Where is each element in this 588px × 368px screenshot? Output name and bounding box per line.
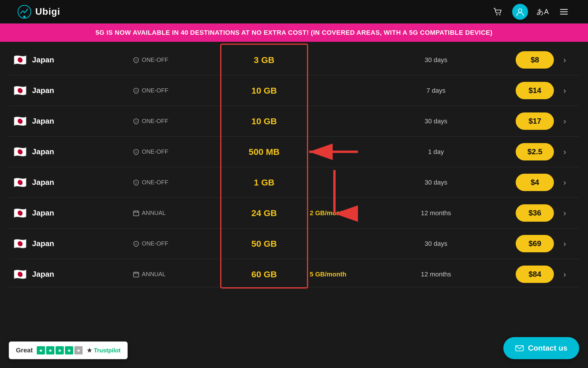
chevron-right-icon: › xyxy=(563,117,566,126)
svg-rect-13 xyxy=(133,211,139,216)
table-row: 🇯🇵 Japan ANNUAL 60 GB 5 GB/month 12 mont… xyxy=(9,259,579,287)
star-1: ★ xyxy=(37,346,45,354)
monthly-cell xyxy=(305,75,395,106)
price-cell: $8 xyxy=(477,45,559,75)
star-5: ★ xyxy=(74,346,83,354)
price-button[interactable]: $4 xyxy=(516,174,554,191)
country-flag: 🇯🇵 xyxy=(14,176,27,189)
ubigi-logo-icon xyxy=(18,5,31,19)
country-flag: 🇯🇵 xyxy=(14,146,27,158)
language-button[interactable]: あA xyxy=(536,5,549,18)
monthly-cell xyxy=(305,167,395,198)
duration-cell: 30 days xyxy=(395,45,477,75)
country-name: Japan xyxy=(32,270,54,279)
svg-point-3 xyxy=(499,14,500,15)
plan-type-label: ONE-OFF xyxy=(142,118,168,125)
arrow-cell[interactable]: › xyxy=(559,228,579,259)
data-cell: 60 GB xyxy=(223,259,305,287)
contact-us-button[interactable]: Contact us xyxy=(503,337,579,359)
country-flag: 🇯🇵 xyxy=(14,115,27,127)
svg-text:①: ① xyxy=(135,120,137,123)
svg-text:①: ① xyxy=(135,243,137,246)
header: Ubigi あA xyxy=(0,0,588,24)
shield-icon: ① xyxy=(133,87,139,94)
data-cell: 10 GB xyxy=(223,106,305,137)
shield-icon: ① xyxy=(133,149,139,155)
trustpilot-badge: Great ★ ★ ★ ★ ★ ★ Trustpilot xyxy=(9,342,128,359)
svg-text:①: ① xyxy=(135,59,137,62)
plan-type-label: ONE-OFF xyxy=(142,240,168,247)
promo-banner: 5G IS NOW AVAILABLE IN 40 DESTINATIONS A… xyxy=(0,24,588,42)
duration-cell: 30 days xyxy=(395,106,477,137)
user-icon xyxy=(516,7,524,16)
country-cell: 🇯🇵 Japan xyxy=(9,259,128,287)
price-button[interactable]: $2.5 xyxy=(516,143,554,160)
svg-point-2 xyxy=(496,14,497,15)
logo-text: Ubigi xyxy=(35,6,60,17)
country-name: Japan xyxy=(32,178,54,187)
plan-type-label: ONE-OFF xyxy=(142,87,168,94)
chevron-right-icon: › xyxy=(563,55,566,64)
svg-point-4 xyxy=(518,9,522,12)
arrow-cell[interactable]: › xyxy=(559,198,579,228)
table-row: 🇯🇵 Japan ANNUAL 24 GB 2 GB/month 12 mont… xyxy=(9,198,579,228)
shield-icon: ① xyxy=(133,241,139,247)
country-flag: 🇯🇵 xyxy=(14,207,27,219)
table-row: 🇯🇵 Japan ① ONE-OFF 500 MB 1 day $2.5 › xyxy=(9,137,579,167)
country-cell: 🇯🇵 Japan xyxy=(9,45,128,75)
arrow-cell[interactable]: › xyxy=(559,106,579,137)
country-name: Japan xyxy=(32,86,54,95)
price-button[interactable]: $69 xyxy=(516,235,554,252)
country-name: Japan xyxy=(32,147,54,156)
monthly-cell: 2 GB/month xyxy=(305,198,395,228)
plan-type-cell: ① ONE-OFF xyxy=(128,167,223,198)
logo-area: Ubigi xyxy=(18,5,60,19)
duration-cell: 12 months xyxy=(395,259,477,287)
arrow-cell[interactable]: › xyxy=(559,45,579,75)
chevron-right-icon: › xyxy=(563,178,566,187)
price-cell: $2.5 xyxy=(477,137,559,167)
data-cell: 3 GB xyxy=(223,45,305,75)
mail-icon xyxy=(515,344,524,353)
plan-type-label: ONE-OFF xyxy=(142,179,168,186)
arrow-cell[interactable]: › xyxy=(559,75,579,106)
price-button[interactable]: $14 xyxy=(516,82,554,99)
price-cell: $4 xyxy=(477,167,559,198)
arrow-cell[interactable]: › xyxy=(559,137,579,167)
price-button[interactable]: $8 xyxy=(516,51,554,69)
country-name: Japan xyxy=(32,117,54,126)
country-cell: 🇯🇵 Japan xyxy=(9,167,128,198)
cart-button[interactable] xyxy=(491,5,504,18)
arrow-cell[interactable]: › xyxy=(559,259,579,287)
plan-type-label: ONE-OFF xyxy=(142,57,168,63)
country-flag: 🇯🇵 xyxy=(14,238,27,250)
contact-us-label: Contact us xyxy=(528,344,567,353)
arrow-cell[interactable]: › xyxy=(559,167,579,198)
plan-type-cell: ANNUAL xyxy=(128,198,223,228)
data-cell: 50 GB xyxy=(223,228,305,259)
menu-button[interactable] xyxy=(557,5,570,18)
svg-rect-18 xyxy=(133,272,139,277)
price-button[interactable]: $84 xyxy=(516,266,554,283)
chevron-right-icon: › xyxy=(563,208,566,218)
monthly-cell: 5 GB/month xyxy=(305,259,395,287)
price-button[interactable]: $36 xyxy=(516,204,554,222)
monthly-cell xyxy=(305,45,395,75)
svg-text:①: ① xyxy=(135,89,137,92)
price-cell: $69 xyxy=(477,228,559,259)
user-button[interactable] xyxy=(512,4,528,20)
plans-table: 🇯🇵 Japan ① ONE-OFF 3 GB 30 days $8 › xyxy=(9,45,579,287)
data-cell: 24 GB xyxy=(223,198,305,228)
price-button[interactable]: $17 xyxy=(516,112,554,130)
country-flag: 🇯🇵 xyxy=(14,268,27,281)
plan-type-cell: ① ONE-OFF xyxy=(128,137,223,167)
banner-text: 5G IS NOW AVAILABLE IN 40 DESTINATIONS A… xyxy=(96,29,492,36)
svg-point-1 xyxy=(23,16,26,18)
monthly-cell xyxy=(305,228,395,259)
duration-cell: 1 day xyxy=(395,137,477,167)
shield-icon: ① xyxy=(133,118,139,125)
trustpilot-stars: ★ ★ ★ ★ ★ xyxy=(37,346,83,354)
duration-cell: 30 days xyxy=(395,228,477,259)
chevron-right-icon: › xyxy=(563,239,566,248)
country-cell: 🇯🇵 Japan xyxy=(9,137,128,167)
